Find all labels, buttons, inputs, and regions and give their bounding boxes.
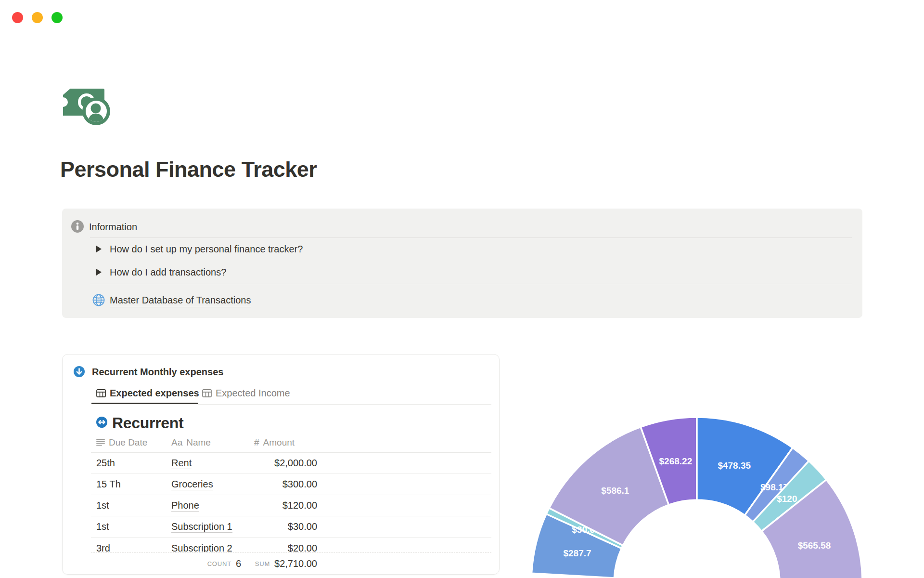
tab-label[interactable]: Expected expenses [110,388,199,399]
master-database-link-label[interactable]: Master Database of Transactions [110,295,251,307]
arrow-down-circle-icon[interactable] [74,366,85,379]
zoom-button[interactable] [51,12,63,23]
table-icon [202,389,212,397]
globe-icon [92,294,105,308]
cell-name[interactable]: Phone [171,500,254,511]
callout-heading: Information [89,221,137,233]
text-lines-icon [96,439,105,446]
column-due-date[interactable]: Due Date [91,437,171,448]
active-tab-indicator [91,403,198,404]
donut-segment-label: $586.1 [601,486,629,496]
cell-due-date[interactable]: 1st [91,500,171,511]
toggle-triangle-icon[interactable] [96,246,102,252]
table-icon [96,389,106,397]
count-aggregate[interactable]: COUNT 6 [207,552,241,575]
number-property-icon: # [254,437,259,448]
donut-segment-label: $287.7 [563,548,591,558]
cell-amount[interactable]: $20.00 [254,543,317,552]
expenses-donut-chart[interactable]: $287.7$30.68$586.1$268.22$478.35$98.17$1… [531,416,863,578]
table-row[interactable]: 1st Phone $120.00 [91,495,491,516]
page-title: Personal Finance Tracker [60,157,317,182]
table-row[interactable]: 1st Subscription 1 $30.00 [91,516,491,538]
tab-label[interactable]: Expected Income [216,388,290,399]
column-label[interactable]: Name [186,437,211,448]
cell-due-date[interactable]: 25th [91,458,171,469]
donut-segment-label: $565.58 [798,540,831,551]
donut-segment-label: $120 [777,494,797,504]
info-icon [71,220,84,235]
cell-amount[interactable]: $300.00 [254,479,317,490]
table-footer: COUNT 6 SUM $2,710.00 [91,552,491,575]
arrows-left-right-circle-icon [96,417,107,430]
column-amount[interactable]: # Amount [254,437,317,448]
tab-expected-expenses[interactable]: Expected expenses [96,386,199,400]
minimize-button[interactable] [32,12,43,23]
table-row[interactable]: 25th Rent $2,000.00 [91,453,491,474]
section-title[interactable]: Recurrent [112,414,183,432]
count-label: COUNT [207,560,231,567]
card-title: Recurrent Monthly expenses [92,366,223,378]
recurrent-section-heading: Recurrent [96,414,183,432]
donut-segment-label: $478.35 [718,460,751,471]
cell-due-date[interactable]: 15 Th [91,479,171,490]
tabs-baseline [198,404,491,405]
column-label[interactable]: Due Date [109,437,147,448]
column-label[interactable]: Amount [263,437,295,448]
cell-due-date[interactable]: 1st [91,521,171,532]
cell-name[interactable]: Subscription 2 [171,543,254,552]
toggle-setup-question[interactable]: How do I set up my personal finance trac… [96,237,303,261]
close-button[interactable] [12,12,23,23]
table-body: 25th Rent $2,000.00 15 Th Groceries $300… [91,453,491,538]
sum-aggregate[interactable]: SUM $2,710.00 [255,552,317,575]
toggle-triangle-icon[interactable] [96,269,102,276]
cell-name[interactable]: Subscription 1 [171,521,254,532]
toggle-label[interactable]: How do I set up my personal finance trac… [110,244,303,255]
page-icon-money-banknote[interactable] [63,88,111,126]
toggle-add-transactions-question[interactable]: How do I add transactions? [96,261,226,284]
cell-due-date[interactable]: 3rd [91,543,171,552]
cell-amount[interactable]: $2,000.00 [254,458,317,469]
title-property-icon: Aa [171,437,182,448]
sum-label: SUM [255,560,270,567]
table-header-row: Due Date Aa Name # Amount [91,433,491,452]
callout-divider [90,284,852,284]
table-row-clipped[interactable]: 3rd Subscription 2 $20.00 [91,538,491,552]
cell-name[interactable]: Rent [171,458,254,469]
cell-amount[interactable]: $30.00 [254,521,317,532]
cell-amount[interactable]: $120.00 [254,500,317,511]
sum-value: $2,710.00 [274,558,317,569]
toggle-label[interactable]: How do I add transactions? [110,267,226,278]
table-row[interactable]: 15 Th Groceries $300.00 [91,474,491,495]
window-controls [12,12,63,23]
cell-name[interactable]: Groceries [171,479,254,490]
donut-segment-label: $268.22 [659,456,693,466]
recurrent-expenses-card: Recurrent Monthly expenses Expected expe… [62,354,500,575]
tab-expected-income[interactable]: Expected Income [202,386,290,400]
count-value: 6 [236,558,241,569]
master-database-link[interactable]: Master Database of Transactions [92,287,251,315]
information-callout: Information How do I set up my personal … [62,209,862,318]
column-name[interactable]: Aa Name [171,437,254,448]
